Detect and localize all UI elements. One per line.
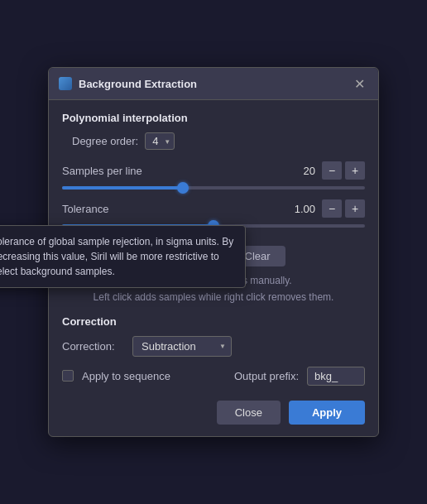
tooltip-text: Tolerance of global sample rejection, in… — [0, 236, 233, 277]
titlebar-left: Background Extraction — [59, 77, 197, 90]
correction-label: Correction: — [62, 340, 124, 353]
window-content: Polynomial interpolation Degree order: 4… — [49, 100, 378, 435]
background-extraction-window: Background Extraction ✕ Polynomial inter… — [48, 67, 379, 436]
tolerance-value: 1.00 — [286, 203, 315, 215]
window-icon — [59, 77, 72, 90]
apply-to-sequence-label: Apply to sequence — [82, 370, 170, 382]
samples-row: Samples per line 20 − + — [62, 161, 365, 180]
samples-increment-button[interactable]: + — [345, 161, 365, 180]
degree-order-label: Degree order: — [72, 135, 138, 147]
titlebar: Background Extraction ✕ — [49, 68, 378, 100]
apply-to-sequence-checkbox[interactable] — [62, 370, 74, 382]
output-prefix-label: Output prefix: — [234, 370, 299, 382]
samples-label: Samples per line — [62, 165, 286, 177]
samples-slider-container — [62, 181, 365, 199]
footer-row: Close Apply — [62, 397, 365, 425]
polynomial-section-title: Polynomial interpolation — [62, 112, 365, 124]
correction-select[interactable]: Subtraction Division — [132, 336, 232, 357]
samples-slider-thumb[interactable] — [177, 182, 189, 194]
samples-value: 20 — [286, 165, 315, 177]
output-prefix-input[interactable] — [307, 367, 365, 386]
correction-select-wrapper[interactable]: Subtraction Division — [132, 336, 232, 357]
close-button[interactable]: Close — [217, 401, 281, 425]
tolerance-increment-button[interactable]: + — [345, 199, 365, 218]
manual-info-line2: Left click adds samples while right clic… — [62, 290, 365, 305]
samples-decrement-button[interactable]: − — [322, 161, 342, 180]
correction-section-title: Correction — [62, 315, 365, 328]
samples-slider-fill — [62, 186, 183, 190]
tolerance-label: Tolerance — [62, 203, 286, 215]
tolerance-tooltip: Tolerance of global sample rejection, in… — [0, 225, 246, 288]
samples-slider[interactable] — [62, 186, 365, 190]
correction-dropdown-row: Correction: Subtraction Division — [62, 336, 365, 357]
sequence-row: Apply to sequence Output prefix: — [62, 367, 365, 386]
window-close-button[interactable]: ✕ — [350, 74, 368, 93]
degree-order-select[interactable]: 4 1 2 3 5 6 7 — [145, 132, 175, 150]
tolerance-row: Tolerance 1.00 − + — [62, 199, 365, 218]
degree-select-wrapper[interactable]: 4 1 2 3 5 6 7 — [145, 132, 175, 150]
apply-button[interactable]: Apply — [289, 401, 365, 425]
degree-order-row: Degree order: 4 1 2 3 5 6 7 — [72, 132, 365, 150]
tolerance-decrement-button[interactable]: − — [322, 199, 342, 218]
window-title: Background Extraction — [79, 78, 197, 90]
